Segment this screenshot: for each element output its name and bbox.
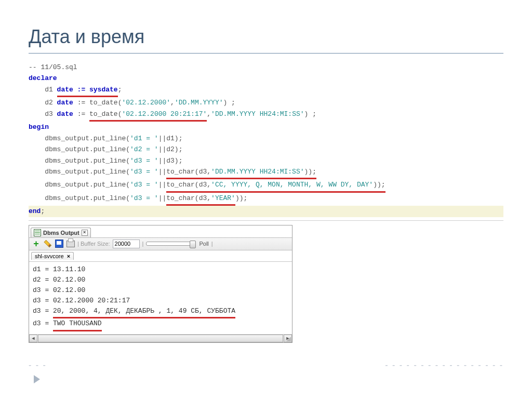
- kw-date: date: [57, 110, 73, 118]
- output-line: d2 = 02.12.00: [33, 276, 85, 284]
- code-text: :=: [73, 110, 89, 118]
- string: 'd3 = ': [130, 168, 158, 176]
- toolbar: + | Buffer Size: | Poll |: [29, 237, 292, 250]
- out-text: d3 =: [33, 320, 53, 327]
- code-d1: date := sysdate: [57, 86, 118, 94]
- comment: -- 11/05.sql: [29, 63, 77, 71]
- end-line: end;: [29, 206, 503, 217]
- kw-date: date: [57, 99, 73, 107]
- string: '02.12.2000 20:21:17': [122, 110, 207, 118]
- string: 'd2 = ': [130, 145, 158, 153]
- code-underlined: to_char(d3,'DD.MM.YYYY HH24:MI:SS'));: [166, 166, 316, 179]
- separator: |: [142, 241, 144, 247]
- string: 'd3 = ': [130, 157, 158, 165]
- code-text: ||d2);: [158, 145, 183, 153]
- code-text: dbms_output.put_line(: [29, 168, 130, 176]
- string: 'DD.MM.YYYY HH24:MI:SS': [211, 168, 304, 176]
- code-text: ||: [158, 168, 167, 176]
- code-text: := to_date(: [73, 99, 122, 107]
- string: '02.12.2000': [122, 99, 170, 107]
- output-line: d3 = 20, 2000, 4, ДЕК, ДЕКАБРЬ , 1, 49 С…: [33, 307, 235, 315]
- code-text: ||: [158, 194, 167, 202]
- buffer-size-input[interactable]: [113, 240, 140, 248]
- code-text: d3: [29, 110, 57, 118]
- scroll-left-icon[interactable]: ◄: [29, 335, 37, 342]
- scrollbar-thumb[interactable]: [38, 335, 283, 342]
- code-text: dbms_output.put_line(: [29, 194, 130, 202]
- subtab-bar: shl-svvcore ×: [29, 250, 292, 262]
- dbms-output-panel: Dbms Output × + | Buffer Size: | Poll | …: [29, 225, 292, 343]
- out-underlined: 20, 2000, 4, ДЕК, ДЕКАБРЬ , 1, 49 СБ, СУ…: [53, 306, 235, 318]
- code-text: ));: [235, 194, 247, 202]
- string: 'CC, YYYY, Q, MON, MONTH, W, WW DY, DAY': [211, 181, 373, 189]
- string: 'DD.MM.YYYY': [175, 99, 223, 107]
- code-text: ;: [118, 86, 122, 94]
- output-line: d3 = 02.12.00: [33, 286, 85, 294]
- code-text: ;: [41, 207, 45, 215]
- save-icon[interactable]: [55, 240, 63, 248]
- edit-icon[interactable]: [41, 237, 54, 250]
- out-underlined: TWO THOUSAND: [53, 318, 102, 331]
- page-title: Дата и время: [29, 26, 503, 54]
- string: 'd3 = ': [130, 194, 158, 202]
- code-text: ||d3);: [158, 157, 183, 165]
- code-text: dbms_output.put_line(: [29, 135, 130, 142]
- out-text: d3 =: [33, 307, 53, 315]
- code-text: to_char(d3,: [166, 168, 211, 176]
- code-text: dbms_output.put_line(: [29, 145, 130, 153]
- play-arrow-icon: [34, 375, 40, 383]
- kw-begin: begin: [29, 123, 49, 131]
- code-text: ) ;: [223, 99, 235, 107]
- poll-label: Poll: [199, 241, 208, 247]
- horizontal-scrollbar[interactable]: ◄ ►: [29, 334, 292, 342]
- panel-tab-label: Dbms Output: [43, 230, 79, 236]
- kw-declare: declare: [29, 74, 57, 82]
- code-text: ||d1);: [158, 135, 183, 142]
- close-icon[interactable]: ×: [67, 253, 70, 259]
- output-line: d3 = TWO THOUSAND: [33, 320, 102, 327]
- string: 'd3 = ': [130, 181, 158, 189]
- code-text: to_char(d3,: [166, 194, 211, 202]
- close-icon[interactable]: ×: [82, 230, 88, 236]
- code-underlined: to_char(d3,'CC, YYYY, Q, MON, MONTH, W, …: [166, 179, 385, 192]
- kw-end: end: [29, 207, 41, 215]
- code-text: ));: [304, 168, 316, 176]
- string: 'DD.MM.YYYY HH24:MI:SS': [211, 110, 304, 118]
- code-text: d1: [29, 86, 57, 94]
- code-text: ,: [207, 110, 211, 118]
- code-text: to_date(: [89, 110, 122, 118]
- separator: | Buffer Size:: [77, 241, 110, 247]
- code-text: ||: [158, 181, 167, 189]
- code-block: -- 11/05.sql declare d1 date := sysdate;…: [29, 61, 503, 221]
- code-underlined: to_char(d3,'YEAR': [166, 193, 235, 206]
- dashes-left: - - -: [29, 361, 47, 370]
- output-line: d3 = 02.12.2000 20:21:17: [33, 297, 130, 304]
- panel-tab-bar: Dbms Output ×: [29, 225, 292, 237]
- connection-tab-label: shl-svvcore: [35, 253, 64, 259]
- code-text: d2: [29, 99, 57, 107]
- panel-tab[interactable]: Dbms Output ×: [31, 228, 91, 237]
- connection-tab[interactable]: shl-svvcore ×: [31, 252, 74, 260]
- code-text: ,: [170, 99, 175, 107]
- print-icon[interactable]: [66, 240, 75, 248]
- code-text: dbms_output.put_line(: [29, 157, 130, 165]
- code-text: ) ;: [304, 110, 316, 118]
- code-text: to_char(d3,: [166, 181, 211, 189]
- output-line: d1 = 13.11.10: [33, 265, 85, 273]
- code-underlined: to_date('02.12.2000 20:21:17': [89, 109, 207, 122]
- code-underlined: date := sysdate: [57, 84, 118, 97]
- document-icon: [34, 229, 41, 236]
- resize-grip-icon[interactable]: [286, 337, 291, 341]
- poll-slider[interactable]: [146, 242, 195, 246]
- add-icon[interactable]: +: [32, 240, 41, 248]
- dashes-right: - - - - - - - - - - - - - - - - -: [385, 361, 503, 370]
- slide-footer-dashes: - - - - - - - - - - - - - - - - - - - -: [29, 361, 503, 370]
- separator: |: [211, 241, 213, 247]
- string: 'd1 = ': [130, 135, 158, 142]
- output-body: d1 = 13.11.10 d2 = 02.12.00 d3 = 02.12.0…: [29, 262, 292, 334]
- string: 'YEAR': [211, 194, 235, 202]
- code-text: ));: [373, 181, 385, 189]
- code-text: dbms_output.put_line(: [29, 181, 130, 189]
